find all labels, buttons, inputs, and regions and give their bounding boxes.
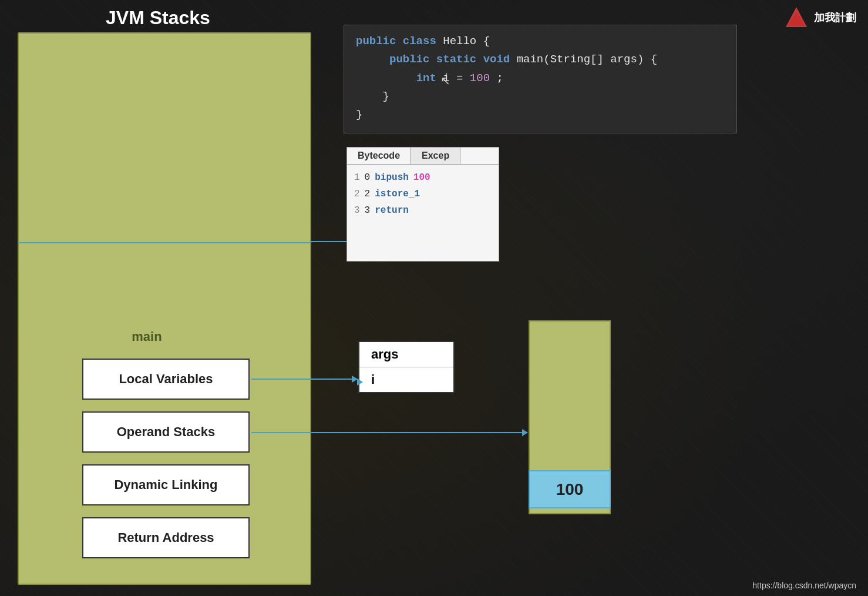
bc-offset-3: 3 [365, 202, 371, 219]
dynamic-linking-label: Dynamic Linking [114, 477, 217, 493]
local-vars-arrow [251, 379, 357, 380]
code-line-5: } [356, 106, 725, 124]
bc-instr-2: istore_1 [375, 186, 420, 202]
website-url: https://blog.csdn.net/wpaycn [752, 581, 856, 590]
code-line-4: } [356, 88, 725, 106]
local-var-args-label: args [371, 347, 398, 362]
bytecode-row-2: 2 2 istore_1 [354, 186, 492, 202]
bc-num-1: 1 [354, 169, 360, 186]
bc-offset-2: 2 [365, 186, 371, 202]
value-100-box: 100 [529, 470, 611, 508]
operand-stacks-arrow [251, 432, 527, 433]
logo-text: 加我計劃 [814, 11, 856, 25]
main-frame-label: main [88, 329, 206, 344]
code-line-2: public static void main(String[] args) { [356, 51, 725, 69]
code-content: public class Hello { public static void … [344, 25, 736, 132]
tab-exceptions[interactable]: Excep [411, 148, 460, 164]
value-100-label: 100 [556, 480, 584, 499]
lv-arrow-head [357, 379, 363, 386]
bc-val-1: 100 [413, 169, 430, 186]
bc-offset-1: 0 [365, 169, 371, 186]
return-address-box: Return Address [82, 517, 250, 558]
code-panel: public class Hello { public static void … [344, 25, 737, 133]
code-line-3: int i = 100 ; [356, 69, 725, 88]
bc-instr-1: bipush [375, 169, 409, 186]
logo-icon [783, 5, 809, 31]
bytecode-row-3: 3 3 return [354, 202, 492, 219]
local-var-i: i [359, 367, 453, 392]
logo-area: 加我計劃 [783, 5, 856, 31]
bytecode-tabs: Bytecode Excep [347, 148, 499, 165]
bc-instr-3: return [375, 202, 409, 219]
local-var-args: args [359, 342, 453, 367]
local-var-i-label: i [371, 372, 375, 387]
bytecode-row-1: 1 0 bipush 100 [354, 169, 492, 186]
page-title: JVM Stacks [106, 7, 210, 29]
bc-num-2: 2 [354, 186, 360, 202]
bytecode-panel: Bytecode Excep 1 0 bipush 100 2 2 istore… [346, 147, 499, 262]
local-vars-table: args i [358, 341, 455, 393]
dynamic-linking-box: Dynamic Linking [82, 464, 250, 505]
operand-stacks-label: Operand Stacks [117, 424, 216, 440]
tab-bytecode[interactable]: Bytecode [347, 148, 411, 164]
operand-stacks-box: Operand Stacks [82, 411, 250, 453]
return-address-label: Return Address [117, 530, 214, 545]
local-variables-box: Local Variables [82, 359, 250, 400]
code-line-1: public class Hello { [356, 32, 725, 51]
bc-num-3: 3 [354, 202, 360, 219]
bytecode-content: 1 0 bipush 100 2 2 istore_1 3 3 return [347, 165, 499, 223]
mouse-cursor: ↖ [440, 73, 452, 85]
local-variables-label: Local Variables [119, 371, 213, 387]
